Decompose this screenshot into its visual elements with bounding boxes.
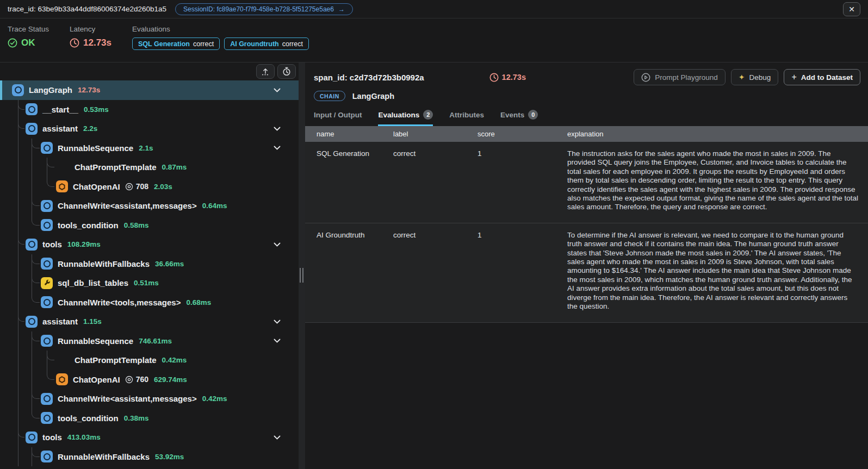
tree-row-tools-condition-1[interactable]: tools_condition 0.58ms [0,216,299,235]
tree-connector-line [32,177,32,197]
tree-row-runnablewithfallbacks-1[interactable]: RunnableWithFallbacks 36.66ms [0,254,299,274]
tree-row-runnablesequence-2[interactable]: RunnableSequence 746.61ms [0,332,299,351]
debug-button[interactable]: ✦ Debug [731,69,779,85]
evaluation-label: correct [282,40,303,48]
span-name: ChannelWrite<assistant,messages> [58,394,197,403]
tree-connector-elbow [32,409,40,418]
span-duration: 12.73s [78,86,100,94]
span-duration: 108.29ms [67,240,101,248]
span-duration: 0.64ms [202,202,227,210]
tree-connector-elbow [32,196,40,206]
panel-resize-handle[interactable] [299,62,305,469]
chevron-down-icon[interactable] [272,145,281,151]
token-icon [125,376,133,384]
tree-row-assistant-2[interactable]: assistant 1.15s [0,312,299,332]
tree-row-tools-1[interactable]: tools 108.29ms [0,235,299,254]
tree-row-start[interactable]: __start__ 0.53ms [0,100,299,120]
debug-label: Debug [749,73,771,82]
tree-connector-elbow [47,158,54,167]
column-header-score: score [478,130,567,138]
timing-toggle-button[interactable] [277,64,296,79]
tree-connector-elbow [32,447,40,457]
detail-tabs: Input / Output Evaluations 2 Attributes … [305,101,868,126]
tree-connector-elbow [32,332,40,341]
eval-score-cell: 1 [478,231,567,311]
close-icon: ✕ [848,5,855,14]
span-duration: 0.53ms [84,105,109,114]
tree-connector-line [18,447,18,467]
tree-row-assistant-1[interactable]: assistant 2.2s [0,119,299,139]
session-id-button[interactable]: SessionID: fc89ae70-f7f9-458e-b728-5f512… [175,3,353,15]
tree-connector-elbow [18,119,24,129]
eval-name-cell: SQL Generation [305,149,393,212]
tree-row-chatprompttemplate-2[interactable]: ChatPromptTemplate 0.42ms [0,351,299,370]
chain-span-icon [26,316,38,328]
span-name: tools [42,433,62,442]
span-duration: 0.87ms [162,163,187,171]
tab-label: Evaluations [378,111,419,119]
evaluation-chip-sql-generation[interactable]: SQL Generation correct [132,37,220,50]
span-id-label: span_id: c2d73d72b3b0992a [314,73,424,82]
span-duration: 0.42ms [162,356,187,364]
add-to-dataset-button[interactable]: + Add to Dataset [784,69,860,85]
span-duration: 1.15s [83,317,102,326]
tree-row-tools-condition-2[interactable]: tools_condition 0.38ms [0,409,299,428]
latency-label: Latency [70,25,111,33]
tree-row-runnablewithfallbacks-2[interactable]: RunnableWithFallbacks 53.92ms [0,447,299,467]
chevron-down-icon[interactable] [272,87,281,93]
tree-row-chatprompttemplate-1[interactable]: ChatPromptTemplate 0.87ms [0,158,299,177]
tree-connector-elbow [32,389,40,399]
tree-row-runnablesequence-1[interactable]: RunnableSequence 2.1s [0,139,299,158]
chain-span-icon [41,335,53,347]
span-name: RunnableSequence [58,336,133,346]
span-name: RunnableWithFallbacks [58,259,150,268]
tree-connector-elbow [18,235,24,245]
collapse-to-top-button[interactable] [256,64,275,79]
tree-connector-line [18,332,18,351]
chevron-down-icon[interactable] [272,435,281,440]
tree-connector-line [18,254,18,274]
tab-input-output[interactable]: Input / Output [314,110,362,126]
tree-row-channelwrite-tools[interactable]: ChannelWrite<tools,messages> 0.68ms [0,293,299,312]
check-circle-icon [8,38,17,48]
tab-attributes[interactable]: Attributes [449,110,484,126]
tree-connector-line [18,273,18,293]
evaluation-chip-ai-groundtruth[interactable]: AI Groundtruth correct [224,37,309,50]
token-count-value: 760 [136,375,148,384]
tree-row-channelwrite-assistant-1[interactable]: ChannelWrite<assistant,messages> 0.64ms [0,196,299,216]
resize-grip-icon[interactable] [300,268,303,283]
tree-row-sql-db-list-tables[interactable]: sql_db_list_tables 0.51ms [0,273,299,293]
tree-row-chatopenai-2[interactable]: ChatOpenAI 760 629.74ms [0,370,299,390]
close-button[interactable]: ✕ [843,2,860,16]
chain-span-icon [41,451,53,462]
prompt-playground-label: Prompt Playground [655,73,718,82]
prompt-playground-button[interactable]: Prompt Playground [634,69,726,85]
span-name: tools [42,240,62,249]
tree-connector-elbow [47,177,54,187]
tab-events[interactable]: Events 0 [500,110,538,126]
chevron-down-icon[interactable] [272,338,281,343]
chevron-down-icon[interactable] [272,126,281,132]
tree-row-tools-2[interactable]: tools 413.03ms [0,428,299,447]
tab-evaluations[interactable]: Evaluations 2 [378,110,433,126]
trace-status-block: Trace Status OK [8,25,49,62]
tab-label: Input / Output [314,111,362,119]
span-title: LangGraph [352,92,394,101]
evaluation-name: AI Groundtruth [230,40,279,48]
arrow-up-from-line-icon [261,67,270,76]
tree-connector-elbow [32,293,40,303]
tree-row-chatopenai-1[interactable]: ChatOpenAI 708 2.03s [0,177,299,197]
chevron-down-icon[interactable] [272,242,281,247]
tree-row-channelwrite-assistant-2[interactable]: ChannelWrite<assistant,messages> 0.42ms [0,389,299,409]
span-duration: 0.68ms [186,298,211,307]
span-name: tools_condition [58,221,119,230]
clock-icon [489,73,499,82]
tree-row-langgraph[interactable]: LangGraph 12.73s [0,80,299,100]
chevron-down-icon[interactable] [272,319,281,324]
span-duration: 629.74ms [154,376,187,384]
tab-label: Attributes [449,111,484,119]
span-kind-row: CHAIN LangGraph [305,85,868,101]
evaluations-block: Evaluations SQL Generation correct AI Gr… [132,25,309,62]
span-tree-panel: LangGraph 12.73s __start__ 0.53ms assist… [0,62,299,469]
sparkles-icon: ✦ [739,73,745,82]
